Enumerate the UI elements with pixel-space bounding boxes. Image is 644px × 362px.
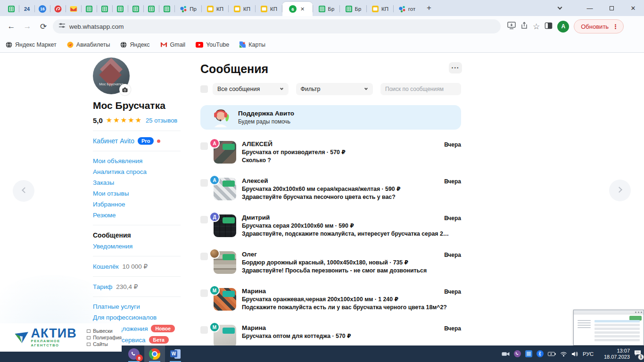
chat-list-item[interactable]: М Марина Брусчатка оптом для коттеджа · … xyxy=(200,324,461,346)
screencast-icon[interactable] xyxy=(502,351,510,357)
tariff-link[interactable]: Тариф xyxy=(93,283,112,290)
language-indicator[interactable]: РУС xyxy=(583,351,594,357)
chat-checkbox[interactable] xyxy=(200,142,208,150)
battery-icon[interactable] xyxy=(548,352,556,356)
taskbar-clock[interactable]: 13:07 18.07.2023 xyxy=(598,348,630,360)
sidebar-item-my-reviews[interactable]: Мои отзывы xyxy=(93,190,181,197)
pinned-tab-sheets[interactable] xyxy=(97,2,112,16)
tab-kp[interactable]: КП xyxy=(229,2,255,16)
chrome-update-button[interactable]: Обновить ⋮ xyxy=(574,19,624,33)
sidebar-item-messages-active[interactable]: Сообщения xyxy=(93,231,181,239)
chat-checkbox[interactable] xyxy=(200,253,208,260)
chat-checkbox[interactable] xyxy=(200,216,208,223)
pinned-tab-sheets[interactable] xyxy=(159,2,174,16)
date: 18.07.2023 xyxy=(598,354,630,360)
browser-menu-icon[interactable]: ⋮ xyxy=(612,23,619,30)
install-app-icon[interactable] xyxy=(507,22,516,31)
app-tray-icon[interactable] xyxy=(525,350,532,357)
chat-list-item[interactable]: А Алексей Брусчатка 200х100х60 мм серая/… xyxy=(200,177,461,207)
search-input[interactable] xyxy=(380,83,461,95)
more-options-button[interactable]: ··· xyxy=(449,62,462,74)
tab-search-chevron-icon[interactable] xyxy=(549,0,570,16)
sidebar-item-paid-services[interactable]: Платные услуги xyxy=(93,303,181,310)
pinned-tab-text[interactable]: 24 xyxy=(19,2,34,16)
profile-avatar[interactable]: A xyxy=(557,21,569,33)
tab-close-icon[interactable]: ✕ xyxy=(299,6,306,13)
restore-button[interactable] xyxy=(601,0,622,16)
tab-active-whatsapp[interactable]: 6✕ xyxy=(282,2,313,16)
tab-gdots[interactable]: Пр xyxy=(175,2,201,16)
back-icon[interactable]: ← xyxy=(5,20,18,33)
sidebar-item-orders[interactable]: Заказы xyxy=(93,179,181,186)
volume-icon[interactable] xyxy=(571,351,578,357)
prev-arrow-button[interactable] xyxy=(13,180,34,202)
chat-list-item[interactable]: Олег Бордюр дорожный красный, 1000х450х1… xyxy=(200,250,461,280)
bookmark-star-icon[interactable]: ☆ xyxy=(533,22,540,32)
wallet-link[interactable]: Кошелёк xyxy=(93,263,119,270)
sidebar-item-notifications[interactable]: Уведомления xyxy=(93,243,181,250)
pinned-tab-sheets[interactable] xyxy=(4,2,19,16)
sidebar-item-for-professionals[interactable]: Для профессионалов xyxy=(93,314,181,321)
bookmark-gmail[interactable]: Gmail xyxy=(160,41,186,48)
pinned-tab-rutube[interactable] xyxy=(50,2,66,16)
taskbar-viber[interactable]: 8 xyxy=(124,346,144,362)
tab-kp[interactable]: КП xyxy=(367,2,393,16)
site-settings-icon[interactable] xyxy=(58,22,66,31)
minimize-button[interactable]: — xyxy=(579,0,601,16)
close-button[interactable]: ✕ xyxy=(622,0,644,16)
chat-checkbox[interactable] xyxy=(200,326,208,334)
chat-checkbox[interactable] xyxy=(200,179,208,187)
reviews-link[interactable]: 25 отзывов xyxy=(146,117,177,124)
cabinet-avito-link[interactable]: Кабинет Avito xyxy=(93,137,134,145)
taskbar-chrome[interactable] xyxy=(144,346,165,362)
chat-list-item[interactable]: М Марина Брусчатка оранжевая,черная 200х… xyxy=(200,287,461,317)
address-bar[interactable]: web.whatsapp.com xyxy=(53,19,501,33)
sidebar-item-analytics[interactable]: Аналитика спроса xyxy=(93,168,181,175)
wifi-icon[interactable] xyxy=(560,351,567,357)
support-chat-card[interactable]: Поддержка Авито Будем рады помочь xyxy=(200,105,461,130)
select-all-checkbox[interactable] xyxy=(200,85,208,93)
tab-title: КП xyxy=(381,6,388,12)
pinned-tab-mail[interactable] xyxy=(66,2,81,16)
avatar: А xyxy=(209,175,220,185)
bookmark-maps[interactable]: Карты xyxy=(239,41,265,48)
notification-center-icon[interactable]: 1 xyxy=(634,350,641,358)
tab-sheets[interactable]: Бр xyxy=(340,2,366,16)
tab-kp[interactable]: КП xyxy=(256,2,282,16)
share-icon[interactable] xyxy=(520,22,528,31)
url-text[interactable]: web.whatsapp.com xyxy=(69,23,124,30)
viber-tray-icon[interactable] xyxy=(514,350,521,357)
filter-dropdown[interactable]: Фильтр xyxy=(296,83,373,95)
screenshot-preview-window[interactable] xyxy=(573,310,644,346)
profile-photo[interactable]: Мос Брусчатка xyxy=(93,58,130,94)
pinned-tab-sheets[interactable] xyxy=(144,2,159,16)
bluetooth-icon[interactable] xyxy=(537,350,544,357)
sidebar-item-resume[interactable]: Резюме xyxy=(93,212,181,219)
sidebar-item-favorites[interactable]: Избранное xyxy=(93,201,181,208)
pinned-tab-sheets[interactable] xyxy=(113,2,128,16)
bookmark-yandex-market[interactable]: Яндекс Маркет xyxy=(6,41,57,48)
messages-filter-dropdown[interactable]: Все сообщения xyxy=(213,83,289,95)
chat-ad-title: Бордюр дорожный красный, 1000х450х180, н… xyxy=(242,259,427,266)
pinned-tab-badge16[interactable]: 16 xyxy=(35,2,50,16)
pinned-tab-sheets[interactable] xyxy=(82,2,97,16)
bookmark-yandex[interactable]: Яндекс xyxy=(120,41,149,48)
bookmark-aviabilety[interactable]: Авиабилеты xyxy=(67,41,110,48)
notification-count-badge: 1 xyxy=(638,354,644,360)
pinned-tab-sheets[interactable] xyxy=(128,2,143,16)
tab-sheets[interactable]: Бр xyxy=(313,2,339,16)
new-tab-button[interactable]: + xyxy=(423,2,435,14)
chat-list-item[interactable]: Д Дмитрий Брусчатка серая 200х100х60 мм … xyxy=(200,214,461,244)
sidebar-item-my-ads[interactable]: Мои объявления xyxy=(93,157,181,165)
taskbar-word[interactable]: W xyxy=(165,346,186,362)
reload-icon[interactable]: ⟳ xyxy=(37,20,50,33)
next-arrow-button[interactable] xyxy=(609,180,631,201)
side-panel-icon[interactable] xyxy=(545,22,553,31)
forward-icon[interactable]: → xyxy=(21,20,34,33)
camera-icon[interactable] xyxy=(119,84,131,95)
tab-gdots[interactable]: гот xyxy=(394,2,420,16)
bookmark-youtube[interactable]: YouTube xyxy=(196,41,229,48)
chat-list-item[interactable]: А АЛЕКСЕЙ Брусчатка от производителя · 5… xyxy=(200,140,461,170)
chat-checkbox[interactable] xyxy=(200,289,208,297)
tab-kp[interactable]: КП xyxy=(202,2,228,16)
